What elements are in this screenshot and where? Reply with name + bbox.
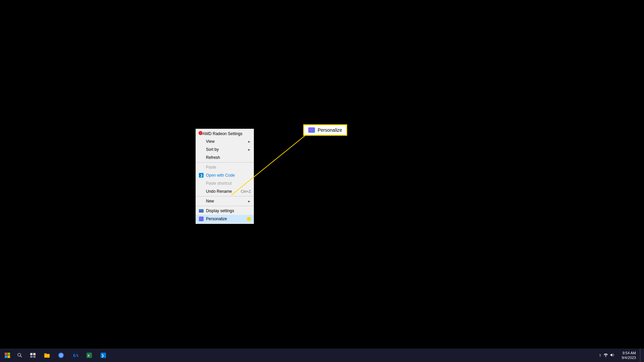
taskbar-sys-icons: ⇧	[596, 353, 618, 358]
context-menu-item-amd-radeon[interactable]: AMD Radeon Settings	[196, 130, 254, 137]
taskbar-volume-icon[interactable]	[610, 353, 615, 358]
taskbar-time-display: 9:54 AM	[623, 351, 636, 355]
sort-by-label: Sort by	[206, 147, 248, 152]
task-view-icon	[30, 352, 36, 359]
undo-rename-shortcut: Ctrl+Z	[241, 189, 251, 193]
taskbar-start-button[interactable]	[0, 349, 15, 362]
taskbar: C:\ X ❯ ⇧	[0, 349, 644, 362]
taskbar-network-icon[interactable]	[603, 353, 608, 358]
undo-rename-label: Undo Rename	[206, 189, 241, 194]
refresh-label: Refresh	[206, 155, 251, 160]
refresh-icon	[199, 155, 204, 160]
personalize-label: Personalize	[206, 217, 246, 221]
taskbar-show-desktop[interactable]	[640, 349, 641, 362]
chrome-icon	[58, 352, 64, 359]
volume-icon	[610, 353, 615, 357]
taskbar-chrome[interactable]	[54, 349, 68, 362]
taskbar-clock[interactable]: 9:54 AM 9/4/2023	[619, 351, 639, 360]
context-menu-item-undo-rename[interactable]: Undo Rename Ctrl+Z	[196, 187, 254, 195]
display-settings-icon	[199, 208, 204, 214]
taskbar-excel[interactable]: X	[83, 349, 96, 362]
amd-radeon-label: AMD Radeon Settings	[203, 131, 243, 136]
new-arrow: ►	[248, 199, 251, 203]
svg-text:❯: ❯	[101, 354, 104, 358]
taskbar-file-explorer[interactable]	[40, 349, 54, 362]
taskbar-system-tray: ⇧ 9:54 AM 9/4/2023	[596, 349, 644, 362]
annotation-popup: Personalize	[304, 125, 347, 135]
search-icon	[17, 353, 22, 358]
separator-3	[196, 206, 254, 206]
terminal-icon: C:\	[72, 352, 78, 359]
context-menu-item-new[interactable]: New ►	[196, 197, 254, 205]
desktop	[0, 0, 644, 362]
svg-rect-8	[33, 353, 36, 355]
display-settings-label: Display settings	[206, 208, 251, 213]
context-menu: AMD Radeon Settings View ► Sort by ► Ref…	[196, 129, 254, 224]
view-label: View	[206, 139, 248, 144]
taskbar-app-icons: C:\ X ❯	[26, 349, 110, 362]
context-menu-item-paste[interactable]: Paste	[196, 163, 254, 171]
svg-text:X: X	[88, 354, 90, 357]
separator-2	[196, 196, 254, 196]
context-menu-item-display-settings[interactable]: Display settings	[196, 207, 254, 215]
file-explorer-icon	[44, 352, 50, 359]
taskbar-task-view[interactable]	[26, 349, 40, 362]
taskbar-tray-expand[interactable]: ⇧	[599, 354, 601, 357]
svg-point-15	[60, 354, 62, 356]
excel-icon: X	[86, 352, 93, 359]
amd-icon	[199, 131, 203, 136]
annotation-label: Personalize	[318, 127, 342, 133]
personalize-menu-icon	[199, 216, 204, 222]
context-menu-item-paste-shortcut[interactable]: Paste shortcut	[196, 179, 254, 187]
taskbar-search-button[interactable]	[15, 349, 25, 362]
new-label: New	[206, 199, 248, 203]
svg-rect-9	[30, 356, 33, 358]
view-icon	[199, 139, 204, 144]
context-menu-item-open-with-code[interactable]: ❯ Open with Code	[196, 171, 254, 179]
windows-icon	[4, 352, 10, 358]
context-menu-item-personalize[interactable]: Personalize	[196, 215, 254, 223]
svg-rect-1	[5, 353, 7, 355]
svg-line-6	[20, 356, 22, 357]
undo-rename-icon	[199, 189, 204, 194]
paste-shortcut-icon	[199, 181, 204, 186]
network-icon	[603, 353, 608, 357]
context-menu-item-refresh[interactable]: Refresh	[196, 154, 254, 162]
svg-text:C:\: C:\	[73, 354, 78, 357]
paste-shortcut-label: Paste shortcut	[206, 181, 251, 186]
personalize-dot-indicator	[247, 217, 251, 221]
svg-point-22	[605, 356, 606, 357]
sort-by-arrow: ►	[248, 148, 251, 152]
paste-icon	[199, 165, 204, 170]
taskbar-vscode[interactable]: ❯	[97, 349, 110, 362]
open-with-code-label: Open with Code	[206, 173, 251, 178]
vscode-icon: ❯	[199, 173, 204, 178]
svg-rect-2	[8, 353, 10, 355]
svg-rect-4	[8, 356, 10, 358]
view-arrow: ►	[248, 140, 251, 143]
context-menu-item-view[interactable]: View ►	[196, 137, 254, 145]
svg-rect-10	[33, 356, 36, 358]
svg-rect-7	[30, 353, 33, 355]
annotation-personalize-icon	[308, 127, 315, 133]
paste-label: Paste	[206, 165, 251, 170]
context-menu-item-sort-by[interactable]: Sort by ►	[196, 145, 254, 154]
new-icon	[199, 198, 204, 204]
sort-by-icon	[199, 147, 204, 152]
taskbar-terminal[interactable]: C:\	[68, 349, 82, 362]
svg-rect-3	[5, 356, 7, 358]
vscode-taskbar-icon: ❯	[100, 352, 107, 359]
separator-1	[196, 162, 254, 163]
taskbar-date-display: 9/4/2023	[622, 355, 636, 360]
svg-rect-12	[44, 353, 47, 355]
